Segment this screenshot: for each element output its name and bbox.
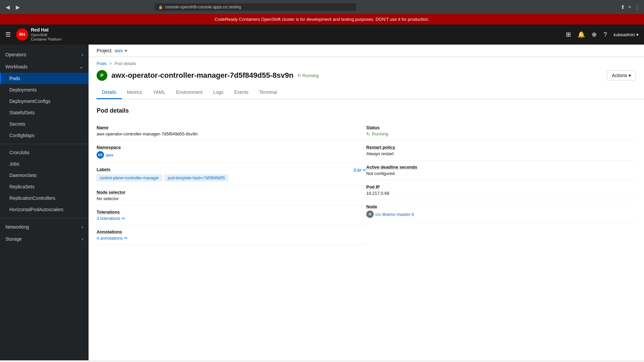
edit-label: Edit (354, 168, 361, 173)
details-right-column: Status ↻ Running Restart policy Always r… (366, 121, 636, 245)
sidebar-workloads-header[interactable]: Workloads ⌄ (0, 61, 89, 73)
apps-icon-button[interactable]: ⊞ (566, 31, 571, 38)
address-bar[interactable]: 🔒 console-openshift-console.apps.crc.tes… (155, 3, 356, 11)
sidebar-item-cronjobs[interactable]: CronJobs (0, 147, 89, 158)
labels-label-row: Labels Edit ✏ (97, 167, 366, 173)
sidebar-divider (0, 144, 89, 144)
sidebar-item-horizontalpodautoscalers[interactable]: HorizontalPodAutoscalers (0, 204, 89, 215)
sidebar-divider-2 (0, 218, 89, 218)
label-tag-0: control-plane=controller-manager (97, 175, 162, 181)
menu-icon[interactable]: ⋮ (635, 4, 640, 10)
labels-label: Labels (97, 167, 110, 172)
namespace-label: Namespace (97, 145, 366, 150)
user-menu[interactable]: kubeadmin ▾ (613, 32, 639, 37)
tab-logs[interactable]: Logs (208, 86, 229, 99)
name-value: awx-operator-controller-manager-7d5f849d… (97, 131, 366, 136)
user-dropdown-icon: ▾ (636, 32, 639, 37)
tab-yaml[interactable]: YAML (148, 86, 171, 99)
sidebar-item-secrets[interactable]: Secrets (0, 118, 89, 130)
annotations-edit-icon: ✏ (124, 236, 128, 241)
sidebar-item-configmaps[interactable]: ConfigMaps (0, 130, 89, 141)
sidebar-item-statefulsets[interactable]: StatefulSets (0, 107, 89, 118)
sidebar-item-daemonsets[interactable]: DaemonSets (0, 170, 89, 181)
browser-actions: ⬆ + ⋮ (621, 4, 640, 10)
tab-metrics[interactable]: Metrics (122, 86, 148, 99)
browser-back-button[interactable]: ◀ (4, 3, 11, 11)
lock-icon: 🔒 (158, 5, 163, 9)
namespace-link[interactable]: awx (106, 153, 113, 158)
breadcrumb: Pods > Pod details (89, 57, 644, 67)
details-grid: Name awx-operator-controller-manager-7d5… (97, 121, 636, 245)
page-header: P awx-operator-controller-manager-7d5f84… (89, 67, 644, 86)
pod-name: awx-operator-controller-manager-7d5f849d… (111, 71, 293, 80)
address-text: console-openshift-console.apps.crc.testi… (165, 5, 241, 9)
share-icon[interactable]: ⬆ (621, 4, 625, 10)
pod-title-row: P awx-operator-controller-manager-7d5f84… (97, 70, 319, 81)
brand-subtitle: OpenShiftContainer Platform (31, 33, 62, 42)
browser-forward-button[interactable]: ▶ (14, 3, 21, 11)
annotations-link[interactable]: 4 annotations ✏ (97, 236, 128, 241)
deployments-label: Deployments (9, 87, 37, 93)
tolerations-link-text: 3 tolerations (97, 216, 120, 221)
detail-name-item: Name awx-operator-controller-manager-7d5… (97, 121, 366, 141)
edit-pencil-icon: ✏ (363, 168, 366, 173)
annotations-label: Annotations (97, 229, 366, 234)
breadcrumb-current: Pod details (114, 61, 136, 66)
tab-environment[interactable]: Environment (171, 86, 208, 99)
notifications-icon-button[interactable]: 🔔 (578, 31, 585, 38)
detail-status-item: Status ↻ Running (366, 121, 636, 141)
pod-ip-value: 10.217.0.68 (366, 191, 636, 196)
tolerations-link[interactable]: 3 tolerations ✏ (97, 216, 125, 221)
hpa-label: HorizontalPodAutoscalers (9, 207, 63, 212)
hamburger-menu-button[interactable]: ☰ (5, 31, 11, 38)
node-link[interactable]: crc-8rwmc-master-0 (375, 212, 414, 217)
detail-node-item: Node N crc-8rwmc-master-0 (366, 200, 636, 222)
sidebar-operators-header[interactable]: Operators › (0, 49, 89, 61)
node-badge: N (366, 210, 374, 218)
sidebar-item-replicationcontrollers[interactable]: ReplicationControllers (0, 192, 89, 204)
running-label: Running (303, 73, 319, 78)
sidebar-networking-header[interactable]: Networking › (0, 221, 89, 233)
sidebar-item-deploymentconfigs[interactable]: DeploymentConfigs (0, 96, 89, 107)
deploymentconfigs-label: DeploymentConfigs (9, 99, 50, 104)
detail-annotations-item: Annotations 4 annotations ✏ (97, 225, 366, 245)
detail-active-deadline-item: Active deadline seconds Not configured (366, 161, 636, 180)
sidebar: Operators › Workloads ⌄ Pods Deployments… (0, 45, 89, 360)
help-icon-button[interactable]: ? (603, 31, 607, 38)
tab-details[interactable]: Details (97, 86, 122, 99)
sidebar-item-replicasets[interactable]: ReplicaSets (0, 181, 89, 192)
new-tab-icon[interactable]: + (628, 4, 631, 10)
project-dropdown-icon[interactable]: ▾ (125, 48, 127, 53)
labels-edit-link[interactable]: Edit ✏ (354, 168, 366, 173)
pod-status-icon: P (97, 70, 107, 81)
sidebar-item-jobs[interactable]: Jobs (0, 158, 89, 170)
active-deadline-label: Active deadline seconds (366, 165, 636, 170)
actions-button[interactable]: Actions ▾ (607, 70, 636, 80)
annotations-link-text: 4 annotations (97, 236, 123, 241)
running-spin-icon: ↻ (298, 73, 301, 78)
namespace-badge: NS (97, 151, 104, 159)
project-bar: Project: awx ▾ (89, 45, 644, 57)
node-value: N crc-8rwmc-master-0 (366, 210, 636, 218)
brand-name: Red Hat (31, 27, 62, 33)
label-tag-1: pod-template-hash=7d5f849d55 (165, 175, 228, 181)
help-settings-icon-button[interactable]: ⊕ (592, 31, 597, 38)
tab-events[interactable]: Events (229, 86, 254, 99)
breadcrumb-pods-link[interactable]: Pods (97, 61, 107, 66)
restart-policy-label: Restart policy (366, 145, 636, 150)
tab-terminal[interactable]: Terminal (254, 86, 282, 99)
brand-logo: RH (16, 28, 28, 41)
detail-namespace-item: Namespace NS awx (97, 141, 366, 163)
tolerations-value: 3 tolerations ✏ (97, 216, 366, 221)
name-label: Name (97, 125, 366, 130)
sidebar-item-pods[interactable]: Pods (0, 73, 89, 84)
pod-ip-label: Pod IP (366, 184, 636, 189)
top-banner: CodeReady Containers OpenShift cluster i… (0, 14, 644, 24)
operators-label: Operators (5, 52, 26, 57)
project-name[interactable]: awx (114, 48, 123, 53)
namespace-value: NS awx (97, 151, 366, 159)
sidebar-item-deployments[interactable]: Deployments (0, 84, 89, 96)
tolerations-edit-icon: ✏ (122, 216, 125, 221)
breadcrumb-separator: > (109, 61, 112, 66)
sidebar-storage-header[interactable]: Storage › (0, 233, 89, 245)
